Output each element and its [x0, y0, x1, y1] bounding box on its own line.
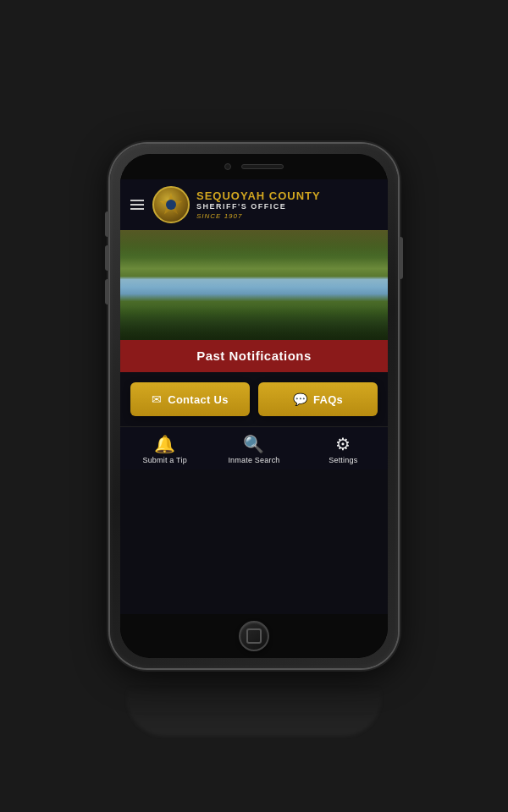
- contact-us-label: Contact Us: [168, 393, 229, 406]
- bottom-nav: 🔔 Submit a Tip 🔍 Inmate Search ⚙ Setting…: [120, 426, 388, 469]
- inmate-search-label: Inmate Search: [228, 456, 279, 464]
- faqs-icon: 💬: [293, 392, 307, 406]
- settings-label: Settings: [329, 456, 357, 464]
- menu-button[interactable]: [129, 198, 146, 211]
- notifications-banner[interactable]: Past Notifications: [120, 340, 388, 372]
- header-since: SINCE 1907: [196, 212, 321, 220]
- header-subtitle: SHERIFF'S OFFICE: [196, 202, 321, 212]
- app-header: SEQUOYAH COUNTY SHERIFF'S OFFICE SINCE 1…: [120, 179, 388, 230]
- nav-item-submit-tip[interactable]: 🔔 Submit a Tip: [120, 436, 209, 464]
- phone-top-bar: [120, 154, 388, 179]
- contact-us-button[interactable]: ✉ Contact Us: [130, 382, 250, 416]
- faqs-label: FAQs: [313, 393, 343, 406]
- home-button-inner: [246, 628, 262, 644]
- action-buttons: ✉ Contact Us 💬 FAQs: [120, 372, 388, 426]
- hamburger-line-1: [130, 200, 144, 201]
- home-button[interactable]: [239, 621, 269, 651]
- settings-icon: ⚙: [335, 436, 351, 453]
- inmate-search-icon: 🔍: [243, 436, 264, 453]
- contact-icon: ✉: [152, 392, 162, 406]
- badge-center: [166, 200, 176, 210]
- phone-screen: SEQUOYAH COUNTY SHERIFF'S OFFICE SINCE 1…: [120, 154, 388, 658]
- hamburger-line-3: [130, 208, 144, 210]
- phone-bottom-bar: [120, 614, 388, 658]
- sheriff-badge: [152, 186, 190, 223]
- speaker-slot: [241, 164, 284, 169]
- nav-item-settings[interactable]: ⚙ Settings: [299, 436, 388, 464]
- app-screen: SEQUOYAH COUNTY SHERIFF'S OFFICE SINCE 1…: [120, 179, 388, 614]
- hero-landscape: [120, 230, 388, 340]
- phone-device: SEQUOYAH COUNTY SHERIFF'S OFFICE SINCE 1…: [110, 144, 398, 668]
- header-text: SEQUOYAH COUNTY SHERIFF'S OFFICE SINCE 1…: [196, 189, 321, 220]
- badge-inner: [157, 191, 185, 218]
- phone-reflection: [127, 685, 381, 736]
- notifications-text: Past Notifications: [196, 348, 312, 363]
- faqs-button[interactable]: 💬 FAQs: [258, 382, 378, 416]
- submit-tip-label: Submit a Tip: [142, 456, 186, 464]
- hamburger-line-2: [130, 204, 144, 206]
- submit-tip-icon: 🔔: [154, 436, 175, 453]
- camera-dot: [224, 163, 231, 170]
- header-title: SEQUOYAH COUNTY: [196, 189, 321, 203]
- nav-item-inmate-search[interactable]: 🔍 Inmate Search: [209, 436, 298, 464]
- hero-image: [120, 230, 388, 340]
